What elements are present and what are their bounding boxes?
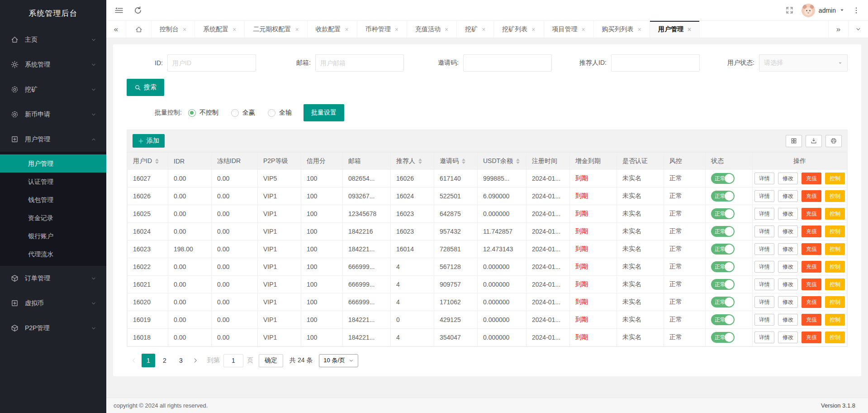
sidebar-subitem-bank-accounts[interactable]: 银行账户 <box>0 227 106 245</box>
status-toggle[interactable]: 正常 <box>711 244 735 255</box>
control-button[interactable]: 控制 <box>825 314 845 326</box>
recharge-button[interactable]: 充值 <box>802 226 821 237</box>
status-toggle[interactable]: 正常 <box>711 261 735 272</box>
tab-close-icon[interactable]: × <box>395 26 398 33</box>
tab-recharge-activity[interactable]: 充值活动× <box>407 21 457 38</box>
status-toggle[interactable]: 正常 <box>711 226 735 237</box>
control-button[interactable]: 控制 <box>825 261 845 273</box>
col-header-user_id[interactable]: 用户ID <box>128 153 168 170</box>
control-button[interactable]: 控制 <box>825 208 845 220</box>
sidebar-item-p2p-mgmt[interactable]: P2P管理 <box>0 316 106 341</box>
col-header-usdt_balance[interactable]: USDT余额 <box>478 153 526 170</box>
tab-user-mgmt[interactable]: 用户管理× <box>650 21 700 38</box>
edit-button[interactable]: 修改 <box>778 226 798 237</box>
tab-project-mgmt[interactable]: 项目管理× <box>544 21 594 38</box>
sidebar-item-home[interactable]: 主页 <box>0 27 106 52</box>
tab-mining[interactable]: 挖矿× <box>457 21 494 38</box>
collapse-sidebar-icon[interactable] <box>114 6 123 15</box>
tab-close-icon[interactable]: × <box>482 26 485 33</box>
sort-icon[interactable] <box>516 158 520 164</box>
pagination-page-2[interactable]: 2 <box>158 354 171 367</box>
recharge-button[interactable]: 充值 <box>802 296 821 308</box>
recharge-button[interactable]: 充值 <box>802 243 821 255</box>
fullscreen-icon[interactable] <box>786 6 793 14</box>
tab-close-icon[interactable]: × <box>295 26 299 33</box>
edit-button[interactable]: 修改 <box>778 208 798 220</box>
more-vert-icon[interactable] <box>853 7 860 14</box>
edit-button[interactable]: 修改 <box>778 190 798 202</box>
tab-coin-mgmt[interactable]: 币种管理× <box>357 21 407 38</box>
detail-button[interactable]: 详情 <box>754 226 774 237</box>
home-tab[interactable] <box>126 21 152 38</box>
status-toggle[interactable]: 正常 <box>711 314 735 325</box>
tab-console[interactable]: 控制台× <box>152 21 195 38</box>
edit-button[interactable]: 修改 <box>778 279 798 290</box>
detail-button[interactable]: 详情 <box>754 208 774 220</box>
detail-button[interactable]: 详情 <box>754 279 774 290</box>
filter-input-id[interactable] <box>167 54 256 72</box>
filter-input-invite-code[interactable] <box>463 54 552 72</box>
filter-select-user-status[interactable]: 请选择 <box>759 54 848 72</box>
sort-icon[interactable] <box>418 158 422 164</box>
edit-button[interactable]: 修改 <box>778 173 798 184</box>
tab-close-icon[interactable]: × <box>445 26 448 33</box>
control-button[interactable]: 控制 <box>825 243 845 255</box>
edit-button[interactable]: 修改 <box>778 243 798 255</box>
filter-columns-button[interactable] <box>786 135 802 147</box>
batch-radio-no-control[interactable]: 不控制 <box>188 109 218 117</box>
control-button[interactable]: 控制 <box>825 296 845 308</box>
batch-set-button[interactable]: 批量设置 <box>304 104 344 121</box>
refresh-icon[interactable] <box>133 6 142 15</box>
detail-button[interactable]: 详情 <box>754 190 774 202</box>
tab-payment-config[interactable]: 收款配置× <box>308 21 357 38</box>
control-button[interactable]: 控制 <box>825 173 845 184</box>
recharge-button[interactable]: 充值 <box>802 190 821 202</box>
sort-icon[interactable] <box>462 158 465 164</box>
status-toggle[interactable]: 正常 <box>711 173 735 184</box>
detail-button[interactable]: 详情 <box>754 331 774 343</box>
batch-radio-all-win[interactable]: 全赢 <box>231 109 255 117</box>
status-toggle[interactable]: 正常 <box>711 208 735 219</box>
status-toggle[interactable]: 正常 <box>711 332 735 343</box>
detail-button[interactable]: 详情 <box>754 173 774 184</box>
recharge-button[interactable]: 充值 <box>802 173 821 184</box>
control-button[interactable]: 控制 <box>825 331 845 343</box>
tab-close-icon[interactable]: × <box>638 26 641 33</box>
status-toggle[interactable]: 正常 <box>711 297 735 307</box>
recharge-button[interactable]: 充值 <box>802 331 821 343</box>
pagination-next-icon[interactable] <box>189 354 202 367</box>
edit-button[interactable]: 修改 <box>778 296 798 308</box>
tab-close-icon[interactable]: × <box>232 26 236 33</box>
control-button[interactable]: 控制 <box>825 279 845 290</box>
tab-close-icon[interactable]: × <box>183 26 186 33</box>
pagination-confirm-button[interactable]: 确定 <box>259 354 283 367</box>
user-menu[interactable]: admin <box>802 4 844 17</box>
edit-button[interactable]: 修改 <box>778 314 798 326</box>
recharge-button[interactable]: 充值 <box>802 208 821 220</box>
tabs-scroll-left-icon[interactable]: « <box>106 21 126 38</box>
add-button[interactable]: 添加 <box>133 134 165 148</box>
sidebar-item-order-mgmt[interactable]: 订单管理 <box>0 266 106 291</box>
export-button[interactable] <box>806 135 822 147</box>
status-toggle[interactable]: 正常 <box>711 279 735 290</box>
recharge-button[interactable]: 充值 <box>802 279 821 290</box>
detail-button[interactable]: 详情 <box>754 243 774 255</box>
edit-button[interactable]: 修改 <box>778 261 798 273</box>
pagination-page-input[interactable] <box>223 354 243 367</box>
pagination-prev-icon[interactable] <box>128 354 140 367</box>
sidebar-item-new-coin-apply[interactable]: 新币申请 <box>0 102 106 127</box>
sidebar-subitem-user-list[interactable]: 用户管理 <box>0 154 106 173</box>
sidebar-subitem-auth-mgmt[interactable]: 认证管理 <box>0 173 106 191</box>
pagination-page-3[interactable]: 3 <box>174 354 188 367</box>
recharge-button[interactable]: 充值 <box>802 314 821 326</box>
sidebar-subitem-wallet-mgmt[interactable]: 钱包管理 <box>0 191 106 209</box>
tab-purchase-list[interactable]: 购买列列表× <box>594 21 650 38</box>
detail-button[interactable]: 详情 <box>754 314 774 326</box>
edit-button[interactable]: 修改 <box>778 331 798 343</box>
sidebar-item-mining[interactable]: 挖矿 <box>0 77 106 102</box>
sidebar-item-user-mgmt[interactable]: 用户管理 <box>0 127 106 152</box>
sidebar-subitem-fund-records[interactable]: 资金记录 <box>0 209 106 227</box>
sidebar-item-system-mgmt[interactable]: 系统管理 <box>0 52 106 77</box>
sidebar-subitem-agent-flow[interactable]: 代理流水 <box>0 245 106 263</box>
sidebar-item-virtual-coin[interactable]: 虚拟币 <box>0 291 106 316</box>
